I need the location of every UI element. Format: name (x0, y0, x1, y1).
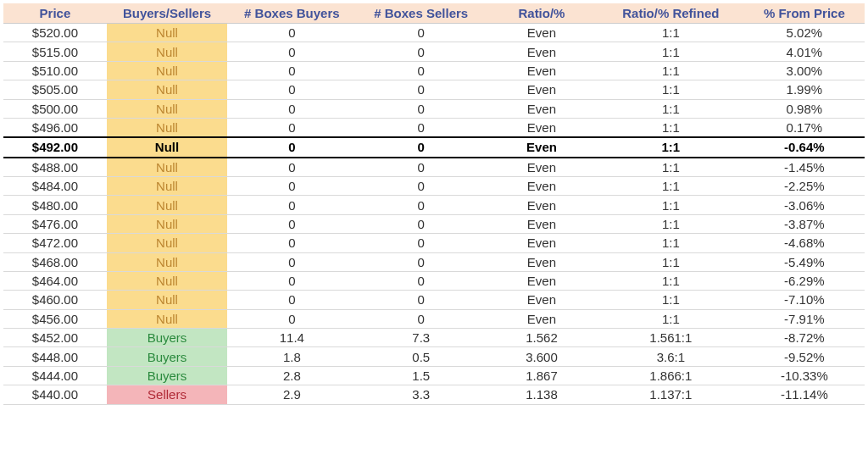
cell-boxes-sellers: 0 (357, 61, 486, 80)
cell-buyers-sellers: Null (107, 252, 227, 271)
cell-buyers-sellers: Null (107, 291, 227, 309)
header-ratio: Ratio/% (486, 3, 598, 24)
table-row: $480.00Null00Even1:1-3.06% (3, 196, 865, 214)
cell-buyers-sellers: Null (107, 177, 227, 196)
cell-ratio-refined: 1:1 (598, 61, 744, 80)
cell-pct-from-price: 3.00% (744, 61, 865, 80)
cell-pct-from-price: -10.33% (744, 366, 865, 385)
table-row: $505.00Null00Even1:11.99% (3, 80, 865, 99)
cell-price: $460.00 (3, 291, 107, 309)
cell-ratio-refined: 1:1 (598, 177, 744, 196)
cell-boxes-sellers: 1.5 (357, 366, 486, 385)
cell-ratio: Even (486, 42, 598, 61)
cell-ratio: Even (486, 196, 598, 214)
cell-ratio-refined: 1:1 (598, 137, 744, 157)
cell-ratio: 3.600 (486, 347, 598, 366)
cell-price: $476.00 (3, 214, 107, 233)
header-buyers-sellers: Buyers/Sellers (107, 3, 227, 24)
table-row: $510.00Null00Even1:13.00% (3, 61, 865, 80)
table-row: $515.00Null00Even1:14.01% (3, 42, 865, 61)
cell-boxes-buyers: 0 (227, 196, 356, 214)
cell-ratio: Even (486, 158, 598, 177)
cell-pct-from-price: -7.91% (744, 309, 865, 328)
cell-ratio: Even (486, 291, 598, 309)
cell-price: $484.00 (3, 177, 107, 196)
cell-boxes-buyers: 2.9 (227, 385, 356, 404)
cell-boxes-sellers: 0 (357, 42, 486, 61)
cell-ratio: 1.562 (486, 329, 598, 347)
header-pct-from-price: % From Price (744, 3, 865, 24)
cell-buyers-sellers: Null (107, 271, 227, 290)
cell-price: $515.00 (3, 42, 107, 61)
cell-ratio-refined: 1:1 (598, 99, 744, 118)
header-boxes-buyers: # Boxes Buyers (227, 3, 356, 24)
cell-price: $492.00 (3, 137, 107, 157)
price-ratio-table: Price Buyers/Sellers # Boxes Buyers # Bo… (3, 3, 865, 405)
cell-pct-from-price: -4.68% (744, 234, 865, 252)
table-row: $456.00Null00Even1:1-7.91% (3, 309, 865, 328)
cell-pct-from-price: 0.98% (744, 99, 865, 118)
cell-pct-from-price: -11.14% (744, 385, 865, 404)
cell-boxes-buyers: 0 (227, 234, 356, 252)
cell-price: $464.00 (3, 271, 107, 290)
cell-buyers-sellers: Null (107, 214, 227, 233)
cell-pct-from-price: -0.64% (744, 137, 865, 157)
cell-ratio: 1.138 (486, 385, 598, 404)
cell-buyers-sellers: Null (107, 234, 227, 252)
cell-pct-from-price: -5.49% (744, 252, 865, 271)
cell-price: $456.00 (3, 309, 107, 328)
cell-boxes-sellers: 0.5 (357, 347, 486, 366)
cell-price: $444.00 (3, 366, 107, 385)
table-row: $500.00Null00Even1:10.98% (3, 99, 865, 118)
cell-buyers-sellers: Buyers (107, 347, 227, 366)
cell-ratio: 1.867 (486, 366, 598, 385)
cell-boxes-buyers: 1.8 (227, 347, 356, 366)
cell-pct-from-price: 1.99% (744, 80, 865, 99)
table-row: $444.00Buyers2.81.51.8671.866:1-10.33% (3, 366, 865, 385)
cell-boxes-buyers: 0 (227, 42, 356, 61)
cell-buyers-sellers: Null (107, 61, 227, 80)
cell-buyers-sellers: Null (107, 99, 227, 118)
cell-ratio: Even (486, 118, 598, 137)
cell-boxes-sellers: 0 (357, 234, 486, 252)
cell-price: $480.00 (3, 196, 107, 214)
cell-pct-from-price: -3.06% (744, 196, 865, 214)
cell-ratio: Even (486, 252, 598, 271)
cell-boxes-buyers: 0 (227, 118, 356, 137)
cell-boxes-sellers: 0 (357, 271, 486, 290)
cell-ratio: Even (486, 24, 598, 42)
cell-boxes-sellers: 0 (357, 291, 486, 309)
cell-boxes-buyers: 0 (227, 61, 356, 80)
table-row: $472.00Null00Even1:1-4.68% (3, 234, 865, 252)
cell-boxes-buyers: 0 (227, 271, 356, 290)
cell-boxes-buyers: 11.4 (227, 329, 356, 347)
cell-pct-from-price: -9.52% (744, 347, 865, 366)
cell-price: $500.00 (3, 99, 107, 118)
cell-buyers-sellers: Null (107, 196, 227, 214)
cell-ratio-refined: 1:1 (598, 252, 744, 271)
table-row: $448.00Buyers1.80.53.6003.6:1-9.52% (3, 347, 865, 366)
cell-buyers-sellers: Buyers (107, 366, 227, 385)
cell-price: $488.00 (3, 158, 107, 177)
header-ratio-refined: Ratio/% Refined (598, 3, 744, 24)
header-row: Price Buyers/Sellers # Boxes Buyers # Bo… (3, 3, 865, 24)
cell-pct-from-price: -1.45% (744, 158, 865, 177)
cell-ratio-refined: 1.866:1 (598, 366, 744, 385)
cell-boxes-buyers: 0 (227, 291, 356, 309)
cell-ratio-refined: 1:1 (598, 214, 744, 233)
cell-ratio: Even (486, 80, 598, 99)
cell-price: $468.00 (3, 252, 107, 271)
cell-boxes-sellers: 0 (357, 214, 486, 233)
cell-buyers-sellers: Null (107, 309, 227, 328)
cell-ratio-refined: 3.6:1 (598, 347, 744, 366)
cell-buyers-sellers: Null (107, 42, 227, 61)
cell-ratio-refined: 1:1 (598, 271, 744, 290)
cell-ratio: Even (486, 214, 598, 233)
cell-pct-from-price: -6.29% (744, 271, 865, 290)
cell-buyers-sellers: Sellers (107, 385, 227, 404)
cell-buyers-sellers: Null (107, 24, 227, 42)
cell-boxes-buyers: 0 (227, 24, 356, 42)
table-row: $464.00Null00Even1:1-6.29% (3, 271, 865, 290)
cell-price: $452.00 (3, 329, 107, 347)
cell-boxes-buyers: 2.8 (227, 366, 356, 385)
